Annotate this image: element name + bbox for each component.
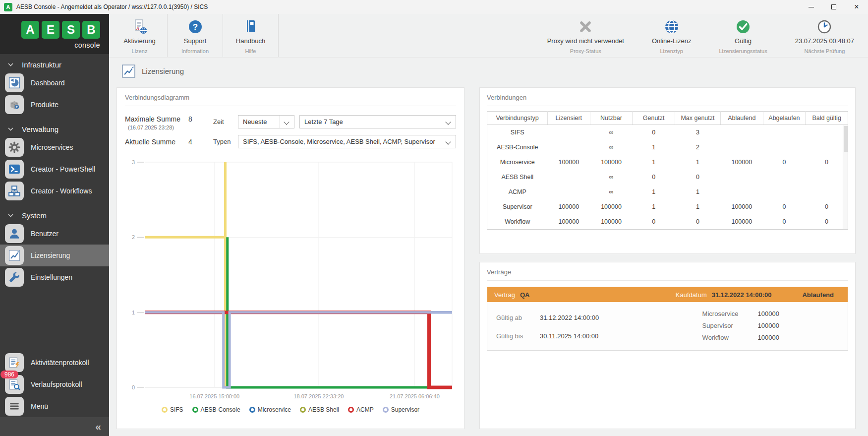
chevron-down-icon (8, 63, 13, 66)
table-scrollbar[interactable] (843, 125, 848, 229)
divider (125, 106, 456, 106)
contract-card[interactable]: Vertrag QA Kaufdatum 31.12.2022 14:00:00… (487, 287, 848, 351)
globe-icon (663, 17, 680, 37)
toolbar-button-label: Aktivierung (123, 37, 155, 45)
table-row[interactable]: Microservice1000001000001110000000 (487, 155, 848, 170)
typen-select[interactable]: SIFS, AESB-Console, Microservice, AESB S… (238, 135, 456, 148)
table-row[interactable]: Workflow1000001000000010000000 (487, 214, 848, 230)
contract-body: Gültig ab 31.12.2022 14:00:00 Gültig bis… (487, 302, 848, 350)
legend-marker-icon (383, 407, 389, 413)
scrollbar-thumb[interactable] (844, 126, 848, 152)
sidebar-section-label: System (22, 211, 47, 220)
table-cell (763, 140, 806, 155)
table-cell: 0 (633, 214, 675, 230)
zeit-select-value: Neueste (243, 118, 267, 125)
zeitraum-select[interactable]: Letzte 7 Tage (299, 115, 456, 128)
sidebar-section-label: Verwaltung (22, 125, 58, 133)
status-caption: Nächste Prüfung (804, 48, 845, 54)
sidebar-collapse-bar: « (0, 417, 109, 436)
chart-controls: Maximale Summe 8 (16.07.2025 23:28) Aktu… (125, 115, 456, 148)
table-cell (763, 185, 806, 199)
sidebar-section-verwaltung[interactable]: Verwaltung (0, 122, 109, 136)
table-cell: 100000 (590, 199, 633, 214)
toolbar: A Aktivierung Lizenz ? Support Informati… (109, 14, 868, 58)
table-cell: 3 (675, 125, 720, 140)
chart-icon (5, 246, 24, 265)
table-cell: 1 (633, 185, 675, 199)
table-cell: 100000 (720, 155, 763, 170)
table-cell: 1 (675, 185, 720, 199)
column-header: Verbindungstyp (487, 112, 548, 125)
divider (487, 106, 848, 106)
toolbar-group-caption: Lizenz (132, 48, 148, 54)
logo-subtitle: console (74, 41, 100, 49)
toolbar-button-label: Support (184, 37, 207, 45)
table-cell: ∞ (590, 185, 633, 199)
table-row[interactable]: AESB Shell∞00 (487, 170, 848, 185)
workflow-icon (5, 182, 24, 200)
history-log-icon: 986 (5, 375, 24, 394)
menu-icon (5, 397, 24, 416)
table-cell (548, 140, 590, 155)
sidebar-item-benutzer[interactable]: Benutzer (0, 223, 109, 245)
sidebar-logo: A E S B console (0, 14, 109, 54)
sidebar-section-system[interactable]: System (0, 208, 109, 223)
table-row[interactable]: Supervisor1000001000001110000000 (487, 199, 848, 214)
wrench-icon (5, 268, 24, 287)
sidebar-item-dashboard[interactable]: Dashboard (0, 72, 109, 94)
sidebar-item-verlaufsprotokoll[interactable]: 986 Verlaufsprotokoll (0, 374, 109, 395)
table-row[interactable]: SIFS∞03 (487, 125, 848, 140)
notification-badge: 986 (0, 371, 18, 378)
support-button[interactable]: ? Support Information (168, 14, 223, 57)
gear-icon (5, 138, 24, 157)
activation-icon: A (131, 17, 148, 37)
table-cell: Supervisor (487, 199, 548, 214)
contract-status-badge: Ablaufend (802, 291, 834, 299)
sidebar-item-aktivitaetenprotokoll[interactable]: Aktivitätenprotokoll (0, 352, 109, 374)
handbuch-button[interactable]: Handbuch Hilfe (223, 14, 279, 57)
table-cell: AESB Shell (487, 170, 548, 185)
valid-check-icon (735, 17, 752, 37)
sidebar-item-creator-workflows[interactable]: Creator - Workflows (0, 180, 109, 202)
column-header: Ablaufend (720, 112, 763, 125)
sidebar-item-produkte[interactable]: Produkte (0, 94, 109, 116)
table-cell: 0 (763, 155, 806, 170)
svg-text:?: ? (192, 22, 197, 32)
dashboard-icon (5, 73, 24, 92)
maximize-button[interactable] (822, 0, 845, 14)
connections-chart: 012316.07.2025 15:00:0018.07.2025 22:33:… (125, 155, 457, 402)
minimize-button[interactable] (800, 0, 822, 14)
sidebar-item-menue[interactable]: Menü (0, 395, 109, 417)
collapse-sidebar-button[interactable]: « (95, 421, 101, 433)
table-cell (548, 170, 590, 185)
aktivierung-button[interactable]: A Aktivierung Lizenz (112, 14, 168, 57)
zeit-select[interactable]: Neueste (238, 115, 294, 128)
table-cell: 100000 (590, 214, 633, 230)
table-cell: AESB-Console (487, 140, 548, 155)
sidebar-item-lizensierung[interactable]: Lizensierung (0, 245, 109, 266)
table-cell: 100000 (548, 214, 590, 230)
sidebar-item-microservices[interactable]: Microservices (0, 136, 109, 158)
sidebar-item-label: Dashboard (31, 79, 65, 87)
table-row[interactable]: AESB-Console∞12 (487, 140, 848, 155)
lizensierungsstatus-indicator: Gültig Lizensierungsstatus (705, 14, 781, 57)
sidebar-item-creator-powershell[interactable]: Creator - PowerShell (0, 158, 109, 180)
quota-value: 100000 (758, 334, 779, 341)
close-button[interactable]: × (845, 0, 868, 14)
table-row[interactable]: ACMP∞11 (487, 185, 848, 199)
table-cell: 1 (633, 199, 675, 214)
legend-marker-icon (192, 407, 198, 413)
summen-block: Maximale Summe 8 (16.07.2025 23:28) Aktu… (125, 115, 213, 148)
clock-icon (816, 17, 833, 37)
table-cell: 0 (633, 170, 675, 185)
legend-label: Microservice (258, 406, 291, 413)
sidebar-section-infrastruktur[interactable]: Infrastruktur (0, 57, 109, 72)
sidebar-item-einstellungen[interactable]: Einstellungen (0, 266, 109, 288)
status-caption: Lizensierungsstatus (719, 48, 767, 54)
window-controls: × (800, 0, 868, 14)
table-cell: 100000 (720, 214, 763, 230)
column-header: Nutzbar (590, 112, 633, 125)
minimize-icon (809, 7, 814, 7)
table-cell (720, 140, 763, 155)
status-caption: Lizenztyp (660, 48, 683, 54)
